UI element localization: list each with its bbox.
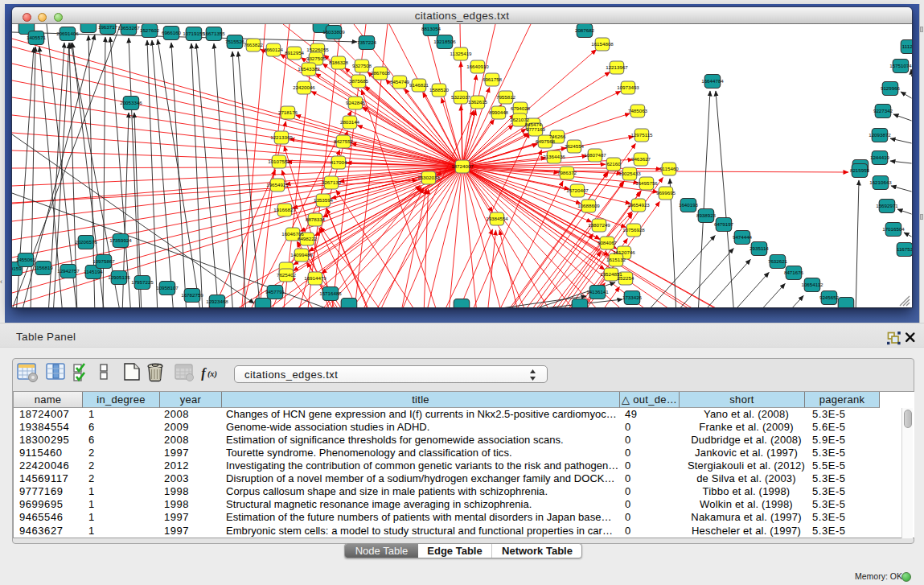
svg-text:8912954: 8912954 xyxy=(285,50,305,56)
svg-text:17957225: 17957225 xyxy=(131,279,154,285)
svg-text:8938923: 8938923 xyxy=(696,212,717,218)
svg-text:1455061: 1455061 xyxy=(16,257,36,262)
svg-text:8660124: 8660124 xyxy=(264,47,284,52)
svg-text:12213369: 12213369 xyxy=(270,134,293,140)
svg-text:12942757: 12942757 xyxy=(57,268,80,274)
svg-text:20053346: 20053346 xyxy=(120,100,142,105)
svg-text:8813054: 8813054 xyxy=(421,26,441,31)
svg-text:22420046: 22420046 xyxy=(293,84,315,90)
svg-text:25302033: 25302033 xyxy=(417,175,440,180)
svg-text:19654923: 19654923 xyxy=(627,202,650,208)
svg-text:6497568: 6497568 xyxy=(536,138,556,144)
svg-text:9457791: 9457791 xyxy=(265,289,285,295)
svg-text:16495756: 16495756 xyxy=(635,180,658,186)
svg-text:62160: 62160 xyxy=(606,161,621,167)
svg-text:7515526: 7515526 xyxy=(225,39,245,44)
svg-text:11325419: 11325419 xyxy=(450,51,472,56)
svg-text:15226055: 15226055 xyxy=(306,47,329,52)
svg-text:10807487: 10807487 xyxy=(584,152,606,158)
svg-text:21364436: 21364436 xyxy=(543,154,565,159)
svg-text:12975115: 12975115 xyxy=(630,132,653,138)
svg-text:16914479: 16914479 xyxy=(304,275,326,281)
svg-text:17359924: 17359924 xyxy=(109,237,132,243)
svg-text:15716485: 15716485 xyxy=(319,290,342,296)
svg-text:11126: 11126 xyxy=(902,43,912,49)
svg-text:9327508: 9327508 xyxy=(352,63,372,68)
svg-text:15720407: 15720407 xyxy=(566,187,589,193)
svg-text:8454749: 8454749 xyxy=(390,79,410,84)
svg-text:16782759: 16782759 xyxy=(181,292,203,298)
svg-text:14099489: 14099489 xyxy=(290,252,313,257)
svg-text:3267130: 3267130 xyxy=(322,179,342,185)
svg-text:12923468: 12923468 xyxy=(206,299,228,304)
svg-text:16671355: 16671355 xyxy=(203,31,225,36)
svg-text:20691406: 20691406 xyxy=(56,31,79,36)
svg-text:10719155: 10719155 xyxy=(183,31,205,36)
svg-text:10654112: 10654112 xyxy=(801,282,823,287)
svg-text:18807249: 18807249 xyxy=(588,222,610,228)
svg-text:(x): (x) xyxy=(207,369,217,379)
svg-text:8215955: 8215955 xyxy=(850,167,870,173)
svg-text:9115460: 9115460 xyxy=(659,166,679,171)
svg-text:9242845: 9242845 xyxy=(346,100,366,105)
svg-text:1615132: 1615132 xyxy=(606,257,626,262)
svg-text:2803144: 2803144 xyxy=(340,119,360,125)
svg-text:7357224: 7357224 xyxy=(357,39,377,45)
svg-text:12905135: 12905135 xyxy=(108,274,130,280)
svg-text:8878334: 8878334 xyxy=(306,216,326,222)
svg-text:17016504: 17016504 xyxy=(882,226,905,232)
svg-text:14136141: 14136141 xyxy=(586,289,609,295)
svg-text:f: f xyxy=(201,366,207,381)
svg-text:3624554: 3624554 xyxy=(565,143,585,149)
svg-text:3875685: 3875685 xyxy=(349,78,369,84)
svg-text:9474444: 9474444 xyxy=(733,234,753,240)
svg-text:9227342: 9227342 xyxy=(873,108,893,113)
svg-text:1640193: 1640193 xyxy=(679,202,699,208)
svg-text:9777169: 9777169 xyxy=(526,126,546,132)
svg-text:12093872: 12093872 xyxy=(869,132,891,138)
svg-text:1733426: 1733426 xyxy=(622,295,643,300)
svg-text:6498222: 6498222 xyxy=(298,236,318,241)
svg-text:19384554: 19384554 xyxy=(486,216,508,221)
svg-text:9245652: 9245652 xyxy=(819,295,840,300)
svg-text:16210643: 16210643 xyxy=(869,179,892,185)
svg-text:9084067: 9084067 xyxy=(598,240,618,245)
svg-text:16640910: 16640910 xyxy=(466,64,489,69)
svg-text:8186328: 8186328 xyxy=(329,60,349,65)
svg-text:2718176: 2718176 xyxy=(278,109,298,115)
svg-text:6479197: 6479197 xyxy=(714,221,734,227)
svg-text:19166827: 19166827 xyxy=(273,207,296,212)
svg-text:16644784: 16644784 xyxy=(701,78,724,84)
svg-text:10107552: 10107552 xyxy=(268,159,290,164)
svg-text:9463627: 9463627 xyxy=(631,156,651,162)
svg-text:19218506: 19218506 xyxy=(433,39,456,44)
svg-text:8427552: 8427552 xyxy=(334,138,354,144)
svg-text:15751074: 15751074 xyxy=(889,63,912,68)
svg-text:10975867: 10975867 xyxy=(92,258,115,264)
svg-text:10973493: 10973493 xyxy=(617,84,639,90)
svg-text:1145194: 1145194 xyxy=(84,269,103,274)
svg-text:16154808: 16154808 xyxy=(591,41,614,47)
svg-text:16120746: 16120746 xyxy=(613,249,635,255)
svg-text:8471676: 8471676 xyxy=(784,270,804,275)
svg-text:2867608: 2867608 xyxy=(371,70,391,76)
svg-text:20206576: 20206576 xyxy=(75,239,97,245)
svg-text:18724007: 18724007 xyxy=(451,163,474,169)
svg-text:2935114: 2935114 xyxy=(749,245,769,251)
svg-text:9699695: 9699695 xyxy=(656,190,676,196)
svg-text:6794028: 6794028 xyxy=(511,105,531,111)
svg-text:10688609: 10688609 xyxy=(577,203,600,208)
svg-text:19654925: 19654925 xyxy=(266,182,289,187)
svg-text:15692971: 15692971 xyxy=(876,203,898,208)
svg-text:8990448: 8990448 xyxy=(489,109,509,115)
svg-text:417004: 417004 xyxy=(331,159,347,165)
svg-text:7663822: 7663822 xyxy=(244,42,264,47)
svg-text:10025433: 10025433 xyxy=(618,171,641,176)
svg-text:9129966: 9129966 xyxy=(881,85,901,91)
svg-text:7625402: 7625402 xyxy=(277,272,297,278)
svg-text:9146821: 9146821 xyxy=(409,82,429,88)
svg-text:10653267: 10653267 xyxy=(117,25,140,31)
svg-text:6961758: 6961758 xyxy=(483,76,503,82)
svg-text:12213967: 12213967 xyxy=(606,64,628,70)
svg-text:116753: 116753 xyxy=(897,246,912,252)
